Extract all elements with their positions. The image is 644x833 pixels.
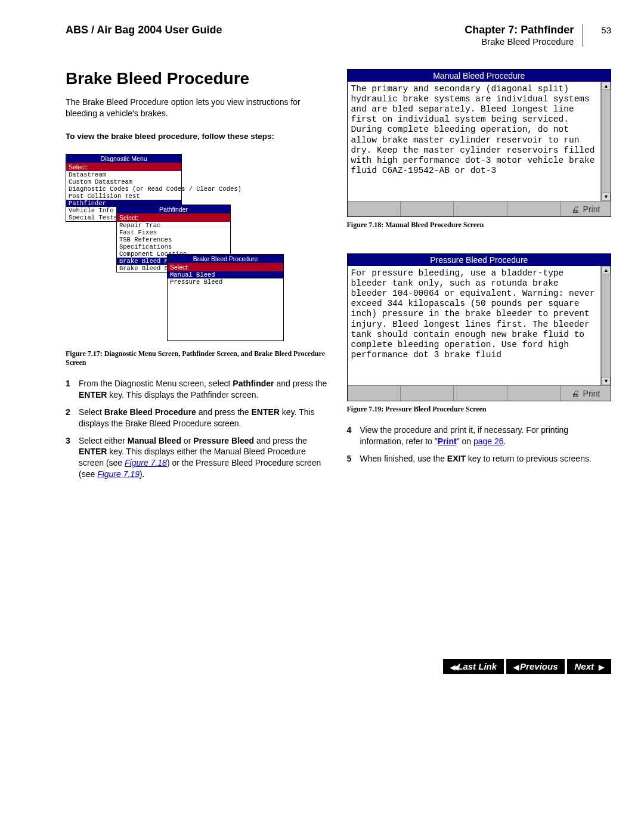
page-26-link[interactable]: page 26	[473, 436, 504, 446]
window-title: Diagnostic Menu	[66, 154, 181, 163]
page-title: Brake Bleed Procedure	[66, 69, 330, 88]
figure-7-17-caption: Figure 7.17: Diagnostic Menu Screen, Pat…	[66, 349, 330, 367]
select-bar: Select:	[168, 263, 283, 271]
printer-icon: 🖨	[571, 389, 580, 398]
select-bar: Select:	[66, 163, 181, 171]
menu-item[interactable]: Diagnostic Codes (or Read Codes / Clear …	[66, 185, 181, 193]
chapter-block: Chapter 7: Pathfinder Brake Bleed Proced…	[465, 24, 583, 47]
panel-title: Pressure Bleed Procedure	[348, 254, 611, 266]
menu-item[interactable]: Custom Datastream	[66, 178, 181, 185]
figure-7-19-caption: Figure 7.19: Pressure Bleed Procedure Sc…	[347, 405, 612, 414]
page-number: 53	[595, 24, 611, 35]
menu-item[interactable]: Specifications	[117, 243, 230, 250]
print-link[interactable]: Print	[438, 436, 457, 446]
figure-7-17: Diagnostic Menu Select: Datastream Custo…	[66, 154, 284, 345]
figure-7-18-link[interactable]: Figure 7.18	[125, 458, 167, 467]
window-title: Brake Bleed Procedure	[168, 255, 283, 263]
print-button[interactable]: 🖨 Print	[561, 386, 611, 401]
steps-lead: To view the brake bleed procedure, follo…	[66, 131, 330, 142]
print-label: Print	[583, 205, 600, 214]
panel-toolbar: 🖨 Print	[348, 201, 611, 216]
scrollbar[interactable]: ▲ ▼	[601, 82, 611, 201]
panel-toolbar: 🖨 Print	[348, 385, 611, 401]
step-3: Select either Manual Bleed or Pressure B…	[66, 435, 330, 481]
figure-7-18-caption: Figure 7.18: Manual Bleed Procedure Scre…	[347, 221, 612, 230]
menu-item[interactable]: TSB References	[117, 236, 230, 243]
next-button[interactable]: Next	[567, 659, 611, 674]
scroll-up-icon[interactable]: ▲	[602, 266, 611, 274]
panel-title: Manual Bleed Procedure	[348, 70, 611, 82]
step-4: View the procedure and print it, if nece…	[347, 425, 612, 447]
select-bar: Select:	[117, 213, 230, 222]
window-title: Pathfinder	[117, 205, 230, 213]
menu-item-manual-bleed[interactable]: Manual Bleed	[168, 271, 283, 278]
printer-icon: 🖨	[571, 205, 580, 214]
step-1: From the Diagnostic Menu screen, select …	[66, 378, 330, 401]
menu-item[interactable]: Repair Trac	[117, 222, 230, 229]
figure-7-19-link[interactable]: Figure 7.19	[97, 469, 140, 479]
print-button[interactable]: 🖨 Print	[561, 202, 611, 216]
pressure-bleed-panel: Pressure Bleed Procedure For pressure bl…	[347, 253, 612, 401]
print-label: Print	[583, 389, 600, 398]
section-subtitle: Brake Bleed Procedure	[465, 36, 574, 47]
menu-item[interactable]: Post Collision Test	[66, 193, 181, 200]
last-link-button[interactable]: Last Link	[443, 659, 504, 674]
bottom-nav: Last Link Previous Next	[66, 659, 611, 674]
brake-bleed-procedure-window: Brake Bleed Procedure Select: Manual Ble…	[167, 254, 284, 341]
scrollbar[interactable]: ▲ ▼	[601, 266, 611, 385]
manual-bleed-text: The primary and secondary (diagonal spli…	[348, 82, 602, 201]
scroll-down-icon[interactable]: ▼	[602, 377, 611, 385]
intro-paragraph: The Brake Bleed Procedure option lets yo…	[66, 97, 330, 119]
step-2: Select Brake Bleed Procedure and press t…	[66, 407, 330, 429]
menu-item[interactable]: Datastream	[66, 171, 181, 178]
manual-bleed-panel: Manual Bleed Procedure The primary and s…	[347, 69, 612, 217]
chapter-title: Chapter 7: Pathfinder	[465, 24, 574, 36]
previous-button[interactable]: Previous	[506, 659, 565, 674]
scroll-up-icon[interactable]: ▲	[602, 82, 611, 90]
scroll-down-icon[interactable]: ▼	[602, 193, 611, 201]
menu-item-pressure-bleed[interactable]: Pressure Bleed	[168, 278, 283, 286]
guide-title: ABS / Air Bag 2004 User Guide	[66, 24, 453, 36]
page-header: ABS / Air Bag 2004 User Guide Chapter 7:…	[66, 24, 611, 47]
pressure-bleed-text: For pressure bleeding, use a bladder-typ…	[348, 266, 602, 385]
step-5: When finished, use the EXIT key to retur…	[347, 453, 612, 465]
menu-item[interactable]: Fast Fixes	[117, 229, 230, 236]
